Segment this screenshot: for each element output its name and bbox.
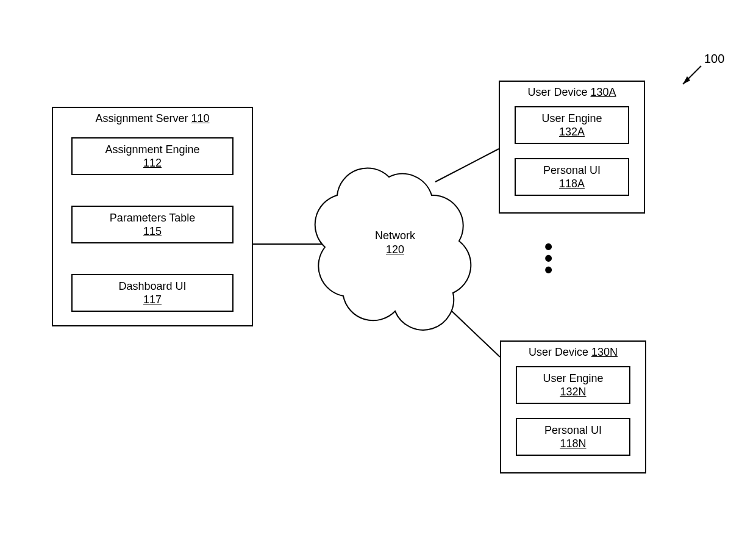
network-cloud: Network 120 bbox=[322, 171, 468, 317]
svg-marker-1 bbox=[683, 76, 690, 84]
assignment-engine-box: Assignment Engine 112 bbox=[71, 137, 234, 175]
parameters-table-label: Parameters Table bbox=[110, 211, 196, 225]
personal-ui-n-number: 118N bbox=[560, 437, 586, 451]
user-device-a-box: User Device 130A User Engine 132A Person… bbox=[499, 81, 645, 214]
personal-ui-n-box: Personal UI 118N bbox=[516, 418, 630, 456]
assignment-engine-label: Assignment Engine bbox=[105, 143, 199, 157]
figure-reference-text: 100 bbox=[704, 52, 724, 65]
assignment-server-box: Assignment Server 110 Assignment Engine … bbox=[52, 107, 253, 326]
dashboard-ui-box: Dashboard UI 117 bbox=[71, 274, 234, 312]
network-label: Network bbox=[322, 229, 468, 243]
parameters-table-box: Parameters Table 115 bbox=[71, 206, 234, 243]
user-device-n-title-label: User Device bbox=[529, 346, 588, 358]
user-engine-a-number: 132A bbox=[559, 125, 585, 139]
assignment-server-title: Assignment Server 110 bbox=[53, 112, 252, 126]
personal-ui-n-label: Personal UI bbox=[544, 423, 602, 437]
dashboard-ui-number: 117 bbox=[143, 293, 162, 307]
user-engine-a-box: User Engine 132A bbox=[515, 106, 629, 144]
user-engine-n-box: User Engine 132N bbox=[516, 366, 630, 404]
assignment-server-title-label: Assignment Server bbox=[95, 112, 188, 124]
network-label-group: Network 120 bbox=[322, 229, 468, 257]
user-engine-n-number: 132N bbox=[560, 385, 586, 399]
assignment-engine-number: 112 bbox=[143, 156, 162, 170]
personal-ui-a-label: Personal UI bbox=[543, 164, 601, 178]
user-device-n-title: User Device 130N bbox=[501, 345, 645, 359]
figure-reference-label: 100 bbox=[704, 52, 724, 66]
user-device-a-title-label: User Device bbox=[527, 86, 587, 98]
dashboard-ui-label: Dashboard UI bbox=[118, 279, 186, 293]
network-number: 120 bbox=[322, 243, 468, 257]
user-device-n-title-number: 130N bbox=[591, 346, 618, 358]
svg-line-0 bbox=[683, 66, 701, 84]
user-device-a-title: User Device 130A bbox=[500, 85, 644, 99]
personal-ui-a-number: 118A bbox=[559, 177, 585, 191]
user-device-a-title-number: 130A bbox=[591, 86, 616, 98]
parameters-table-number: 115 bbox=[143, 225, 162, 239]
personal-ui-a-box: Personal UI 118A bbox=[515, 158, 629, 196]
user-engine-a-label: User Engine bbox=[541, 112, 602, 126]
ellipsis-dots: • • • bbox=[544, 241, 552, 276]
user-device-n-box: User Device 130N User Engine 132N Person… bbox=[500, 340, 646, 473]
assignment-server-title-number: 110 bbox=[191, 112, 210, 124]
diagram-canvas: 100 Assignment Server 110 Assignment Eng… bbox=[0, 0, 756, 540]
user-engine-n-label: User Engine bbox=[543, 372, 603, 386]
